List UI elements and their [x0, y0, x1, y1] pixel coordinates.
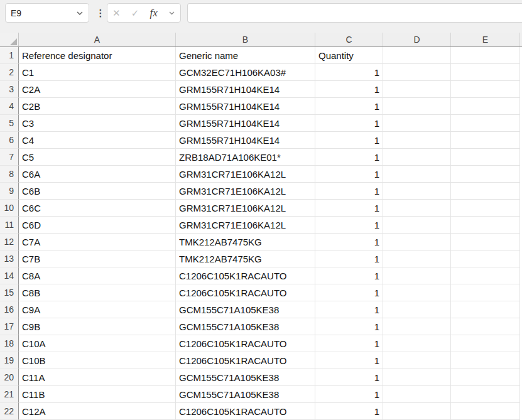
cell-a15[interactable]: C8B [19, 284, 176, 301]
cell-a18[interactable]: C10A [19, 335, 176, 352]
row-header-13[interactable]: 13 [0, 250, 19, 267]
row-header-14[interactable]: 14 [0, 267, 19, 284]
cell-c7[interactable]: 1 [315, 149, 383, 166]
cell-c11[interactable]: 1 [315, 217, 383, 234]
cell-c19[interactable]: 1 [315, 352, 383, 369]
cell-b6[interactable]: GRM155R71H104KE14 [176, 132, 315, 149]
cell-a12[interactable]: C7A [19, 234, 176, 250]
cell-c16[interactable]: 1 [315, 301, 383, 318]
cell-a14[interactable]: C8A [19, 267, 176, 284]
cell-a2[interactable]: C1 [19, 64, 176, 81]
cell-e15[interactable] [451, 284, 520, 301]
chevron-down-icon[interactable] [76, 11, 84, 16]
cell-d21[interactable] [383, 386, 451, 403]
cell-e1[interactable] [451, 47, 520, 64]
cell-a3[interactable]: C2A [19, 81, 176, 98]
cell-a5[interactable]: C3 [19, 115, 176, 132]
cell-b4[interactable]: GRM155R71H104KE14 [176, 98, 315, 115]
cell-b15[interactable]: C1206C105K1RACAUTO [176, 284, 315, 301]
name-box[interactable]: E9 [5, 3, 89, 23]
cell-e13[interactable] [451, 250, 520, 267]
row-header-21[interactable]: 21 [0, 386, 19, 403]
cell-b2[interactable]: GCM32EC71H106KA03# [176, 64, 315, 81]
cell-d15[interactable] [383, 284, 451, 301]
cell-e19[interactable] [451, 352, 520, 369]
cell-d11[interactable] [383, 217, 451, 234]
cell-b1[interactable]: Generic name [176, 47, 315, 64]
row-header-9[interactable]: 9 [0, 183, 19, 200]
cell-b20[interactable]: GCM155C71A105KE38 [176, 369, 315, 386]
row-header-1[interactable]: 1 [0, 47, 19, 64]
cell-d7[interactable] [383, 149, 451, 166]
cell-a11[interactable]: C6D [19, 217, 176, 234]
row-header-8[interactable]: 8 [0, 166, 19, 183]
cell-e4[interactable] [451, 98, 520, 115]
insert-function-button[interactable]: fx [150, 8, 158, 18]
cell-a13[interactable]: C7B [19, 250, 176, 267]
cell-c20[interactable]: 1 [315, 369, 383, 386]
cell-e18[interactable] [451, 335, 520, 352]
formula-bar-input[interactable] [187, 3, 522, 23]
cell-e21[interactable] [451, 386, 520, 403]
cell-c21[interactable]: 1 [315, 386, 383, 403]
cell-c14[interactable]: 1 [315, 267, 383, 284]
cell-d1[interactable] [383, 47, 451, 64]
cell-c8[interactable]: 1 [315, 166, 383, 183]
cell-d14[interactable] [383, 267, 451, 284]
cancel-icon[interactable]: ✕ [112, 8, 121, 18]
cell-d9[interactable] [383, 183, 451, 200]
cell-d3[interactable] [383, 81, 451, 98]
cell-d20[interactable] [383, 369, 451, 386]
cell-e17[interactable] [451, 318, 520, 335]
cell-a20[interactable]: C11A [19, 369, 176, 386]
row-header-5[interactable]: 5 [0, 115, 19, 132]
row-header-7[interactable]: 7 [0, 149, 19, 166]
row-header-10[interactable]: 10 [0, 200, 19, 217]
cell-e8[interactable] [451, 166, 520, 183]
row-header-11[interactable]: 11 [0, 217, 19, 234]
cell-c5[interactable]: 1 [315, 115, 383, 132]
cell-c17[interactable]: 1 [315, 318, 383, 335]
cell-c12[interactable]: 1 [315, 234, 383, 250]
row-header-6[interactable]: 6 [0, 132, 19, 149]
cell-b14[interactable]: C1206C105K1RACAUTO [176, 267, 315, 284]
cell-d19[interactable] [383, 352, 451, 369]
cell-a21[interactable]: C11B [19, 386, 176, 403]
row-header-4[interactable]: 4 [0, 98, 19, 115]
chevron-down-icon[interactable] [168, 11, 175, 16]
cell-d6[interactable] [383, 132, 451, 149]
cell-a7[interactable]: C5 [19, 149, 176, 166]
column-header-e[interactable]: E [451, 33, 520, 46]
cell-b5[interactable]: GRM155R71H104KE14 [176, 115, 315, 132]
cell-e5[interactable] [451, 115, 520, 132]
cell-b22[interactable]: C1206C105K1RACAUTO [176, 403, 315, 420]
cell-d12[interactable] [383, 234, 451, 250]
cell-d4[interactable] [383, 98, 451, 115]
cell-b10[interactable]: GRM31CR71E106KA12L [176, 200, 315, 217]
row-header-19[interactable]: 19 [0, 352, 19, 369]
row-header-12[interactable]: 12 [0, 234, 19, 250]
cell-d16[interactable] [383, 301, 451, 318]
cell-b7[interactable]: ZRB18AD71A106KE01* [176, 149, 315, 166]
cell-b21[interactable]: GCM155C71A105KE38 [176, 386, 315, 403]
row-header-18[interactable]: 18 [0, 335, 19, 352]
cell-e6[interactable] [451, 132, 520, 149]
cell-c2[interactable]: 1 [315, 64, 383, 81]
row-header-22[interactable]: 22 [0, 403, 19, 420]
cell-a19[interactable]: C10B [19, 352, 176, 369]
cell-e11[interactable] [451, 217, 520, 234]
cell-c13[interactable]: 1 [315, 250, 383, 267]
cell-e9[interactable] [451, 183, 520, 200]
cell-e14[interactable] [451, 267, 520, 284]
cell-a17[interactable]: C9B [19, 318, 176, 335]
cell-c6[interactable]: 1 [315, 132, 383, 149]
cell-a9[interactable]: C6B [19, 183, 176, 200]
cell-c15[interactable]: 1 [315, 284, 383, 301]
cell-e22[interactable] [451, 403, 520, 420]
cell-d22[interactable] [383, 403, 451, 420]
row-header-3[interactable]: 3 [0, 81, 19, 98]
column-header-d[interactable]: D [383, 33, 451, 46]
cell-e20[interactable] [451, 369, 520, 386]
cell-b9[interactable]: GRM31CR71E106KA12L [176, 183, 315, 200]
cell-e3[interactable] [451, 81, 520, 98]
